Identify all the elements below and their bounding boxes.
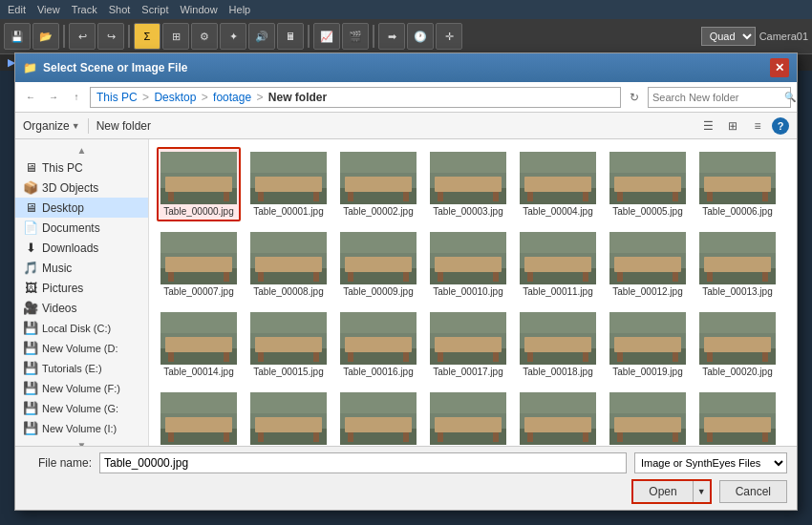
toolbar2: Organize ▼ New folder ☰ ⊞ ≡ ?: [15, 113, 797, 139]
sidebar-item-volumef[interactable]: 💾 New Volume (F:): [15, 378, 148, 398]
sidebar-item-music[interactable]: 🎵 Music: [15, 258, 148, 278]
quad-select[interactable]: Quad: [701, 27, 756, 46]
view-details-button[interactable]: ≡: [747, 116, 768, 136]
menu-track[interactable]: Track: [72, 4, 97, 15]
toolbar-btn-clock[interactable]: 🕐: [407, 23, 434, 50]
toolbar-btn-vol[interactable]: 🔊: [248, 23, 275, 50]
nav-back-button[interactable]: ←: [21, 88, 40, 107]
path-thispc[interactable]: This PC: [96, 91, 138, 104]
file-item[interactable]: Table_00016.jpg: [336, 307, 420, 382]
path-desktop[interactable]: Desktop: [154, 91, 196, 104]
new-folder-button[interactable]: New folder: [96, 119, 151, 133]
file-item[interactable]: Table_00005.jpg: [606, 147, 690, 221]
file-label: Table_00012.jpg: [612, 286, 682, 297]
sidebar-item-documents[interactable]: 📄 Documents: [15, 218, 148, 238]
file-item[interactable]: Table_00027.jpg: [695, 388, 780, 446]
open-button[interactable]: Open: [633, 481, 693, 502]
sidebar-scroll-up[interactable]: ▲: [15, 143, 148, 158]
view-grid-button[interactable]: ⊞: [722, 116, 743, 136]
file-item[interactable]: Table_00001.jpg: [246, 147, 331, 221]
menu-view[interactable]: View: [37, 4, 60, 15]
file-thumbnail: [250, 232, 327, 284]
file-item[interactable]: Table_00009.jpg: [336, 227, 420, 302]
file-item[interactable]: Table_00023.jpg: [336, 388, 420, 446]
toolbar-btn-cross[interactable]: ✛: [436, 23, 462, 50]
menu-script[interactable]: Script: [141, 4, 168, 15]
file-item[interactable]: Table_00014.jpg: [157, 307, 241, 382]
help-button[interactable]: ?: [772, 117, 789, 135]
menu-help[interactable]: Help: [229, 4, 251, 15]
filetype-select[interactable]: Image or SynthEyes Files: [634, 452, 787, 473]
file-item[interactable]: Table_00013.jpg: [695, 227, 780, 302]
path-footage[interactable]: footage: [213, 91, 251, 104]
filename-input[interactable]: [99, 452, 627, 473]
file-item[interactable]: Table_00020.jpg: [695, 307, 780, 382]
organize-button[interactable]: Organize ▼: [23, 119, 80, 133]
refresh-button[interactable]: ↻: [625, 88, 644, 107]
file-item[interactable]: Table_00022.jpg: [246, 388, 331, 446]
sidebar-item-volumei[interactable]: 💾 New Volume (I:): [15, 418, 148, 438]
file-item[interactable]: Table_00026.jpg: [606, 388, 690, 446]
file-item[interactable]: Table_00008.jpg: [246, 227, 331, 302]
sidebar-item-desktop[interactable]: 🖥 Desktop: [15, 198, 148, 218]
sidebar-item-tutorialse[interactable]: 💾 Tutorials (E:): [15, 358, 148, 378]
file-item[interactable]: Table_00003.jpg: [426, 147, 510, 221]
toolbar-btn-graph[interactable]: 📈: [313, 23, 340, 50]
sidebar-item-volumed[interactable]: 💾 New Volume (D:: [15, 338, 148, 358]
sidebar-item-thispc[interactable]: 🖥 This PC: [15, 158, 148, 178]
sidebar-scroll-down[interactable]: ▼: [15, 438, 148, 446]
toolbar-btn-settings[interactable]: ⚙: [191, 23, 218, 50]
svg-rect-111: [250, 312, 327, 365]
file-item[interactable]: Table_00015.jpg: [246, 307, 331, 382]
toolbar-btn-star[interactable]: ✦: [220, 23, 246, 50]
open-dropdown-button[interactable]: ▼: [694, 481, 710, 502]
toolbar-btn-open[interactable]: 📂: [32, 23, 59, 50]
file-item[interactable]: Table_00017.jpg: [426, 307, 510, 382]
menu-edit[interactable]: Edit: [8, 4, 26, 15]
sidebar-item-localc[interactable]: 💾 Local Disk (C:): [15, 318, 148, 338]
nav-up-button[interactable]: ↑: [67, 88, 86, 107]
address-path[interactable]: This PC > Desktop > footage > New folder: [90, 87, 621, 108]
file-item[interactable]: Table_00018.jpg: [516, 307, 600, 382]
sidebar-item-downloads[interactable]: ⬇ Downloads: [15, 238, 148, 258]
file-item[interactable]: Table_00002.jpg: [336, 147, 420, 221]
nav-forward-button[interactable]: →: [44, 88, 63, 107]
file-item[interactable]: Table_00007.jpg: [157, 227, 241, 302]
svg-rect-188: [609, 392, 686, 445]
file-item[interactable]: Table_00021.jpg: [157, 388, 241, 446]
sidebar-item-videos[interactable]: 🎥 Videos: [15, 298, 148, 318]
toolbar-btn-sigma[interactable]: Σ: [134, 23, 160, 50]
file-item[interactable]: Table_00012.jpg: [606, 227, 690, 302]
toolbar-btn-arrow[interactable]: ➡: [378, 23, 405, 50]
file-item[interactable]: Table_00024.jpg: [426, 388, 510, 446]
view-list-button[interactable]: ☰: [697, 116, 718, 136]
toolbar-btn-undo[interactable]: ↩: [69, 23, 96, 50]
toolbar-btn-calc[interactable]: 🖩: [277, 23, 304, 50]
file-thumbnail: [160, 232, 237, 284]
file-label: Table_00011.jpg: [523, 286, 592, 297]
svg-rect-139: [609, 312, 686, 365]
file-item[interactable]: Table_00010.jpg: [426, 227, 510, 302]
toolbar-btn-save[interactable]: 💾: [4, 23, 31, 50]
sidebar-item-volumeg[interactable]: 💾 New Volume (G:: [15, 398, 148, 418]
file-item[interactable]: Table_00025.jpg: [516, 388, 600, 446]
menu-window[interactable]: Window: [180, 4, 217, 15]
menu-bar: Edit View Track Shot Script Window Help: [0, 0, 812, 19]
path-newfolder[interactable]: New folder: [268, 91, 327, 104]
sidebar-item-3dobjects[interactable]: 📦 3D Objects: [15, 178, 148, 198]
file-item[interactable]: Table_00019.jpg: [606, 307, 690, 382]
cancel-button[interactable]: Cancel: [719, 480, 787, 503]
toolbar-btn-redo[interactable]: ↪: [97, 23, 124, 50]
file-item[interactable]: Table_00011.jpg: [516, 227, 600, 302]
menu-shot[interactable]: Shot: [109, 4, 131, 15]
close-button[interactable]: ✕: [770, 58, 789, 77]
file-item[interactable]: Table_00004.jpg: [516, 147, 600, 221]
search-input[interactable]: [652, 92, 784, 103]
file-item[interactable]: Table_00000.jpg: [157, 147, 241, 221]
file-item[interactable]: Table_00006.jpg: [695, 147, 780, 221]
file-thumbnail: [250, 392, 327, 445]
toolbar-btn-grid[interactable]: ⊞: [162, 23, 189, 50]
sidebar-item-pictures[interactable]: 🖼 Pictures: [15, 278, 148, 298]
search-box[interactable]: 🔍: [648, 87, 791, 108]
toolbar-btn-scene[interactable]: 🎬: [342, 23, 369, 50]
